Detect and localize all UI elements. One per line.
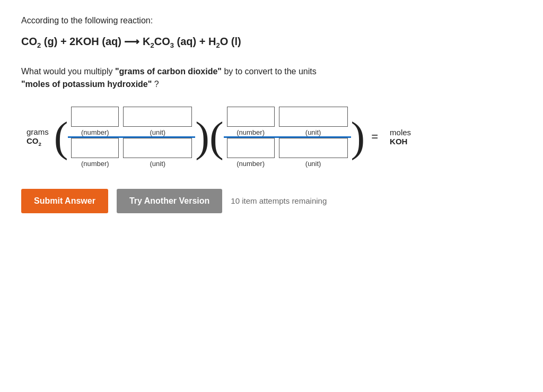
equation-text: CO2 (g) + 2KOH (aq) ⟶ K2CO3 (aq) + H2O (… <box>21 35 241 49</box>
equation: CO2 (g) + 2KOH (aq) ⟶ K2CO3 (aq) + H2O (… <box>21 35 522 49</box>
denominator-row-2: (number) (unit) <box>224 138 351 168</box>
fraction-group-2: ( (number) (unit) (number) <box>209 107 365 168</box>
num1-unit-input[interactable] <box>123 107 192 127</box>
num2-number-input[interactable] <box>227 107 275 127</box>
num1-unit-label: (unit) <box>150 128 166 136</box>
fraction-group-1: ( (number) (unit) (number) <box>54 107 209 168</box>
numerator-row-2: (number) (unit) <box>224 107 351 136</box>
den2-number-label: (number) <box>237 160 265 168</box>
question-prefix: What would you multiply <box>21 67 115 76</box>
question-suffix: ? <box>152 80 159 89</box>
right-label: moles KOH <box>390 128 411 146</box>
left-label: grams CO2 <box>27 127 49 147</box>
question-bold2: "moles of potassium hydroxide" <box>21 80 152 89</box>
grams-label: grams <box>27 127 49 136</box>
den1-unit-input[interactable] <box>123 138 192 158</box>
den1-unit-cell: (unit) <box>123 138 192 168</box>
num1-unit-cell: (unit) <box>123 107 192 136</box>
co2-label: CO2 <box>27 136 41 147</box>
submit-button[interactable]: Submit Answer <box>21 189 108 213</box>
num1-number-input[interactable] <box>71 107 119 127</box>
question-bold1: "grams of carbon dioxide" <box>115 67 222 76</box>
num2-number-label: (number) <box>237 128 265 136</box>
den2-unit-cell: (unit) <box>279 138 348 168</box>
num1-number-label: (number) <box>81 128 109 136</box>
conversion-area: grams CO2 ( (number) (unit) <box>27 107 522 168</box>
den1-number-cell: (number) <box>71 138 119 168</box>
attempts-remaining: 10 item attempts remaining <box>231 196 327 205</box>
question-middle: by to convert to the units <box>222 67 317 76</box>
num2-number-cell: (number) <box>227 107 275 136</box>
num1-number-cell: (number) <box>71 107 119 136</box>
den2-unit-input[interactable] <box>279 138 348 158</box>
num2-unit-cell: (unit) <box>279 107 348 136</box>
den1-number-input[interactable] <box>71 138 119 158</box>
denominator-row-1: (number) (unit) <box>68 138 195 168</box>
den2-number-cell: (number) <box>227 138 275 168</box>
paren-right-1: ) <box>195 119 209 155</box>
den1-number-label: (number) <box>81 160 109 168</box>
num2-unit-label: (unit) <box>305 128 321 136</box>
paren-left-1: ( <box>54 119 68 155</box>
inner-fraction-1: (number) (unit) (number) (unit) <box>68 107 195 168</box>
den2-number-input[interactable] <box>227 138 275 158</box>
buttons-area: Submit Answer Try Another Version 10 ite… <box>21 189 522 213</box>
numerator-row-1: (number) (unit) <box>68 107 195 136</box>
inner-fraction-2: (number) (unit) (number) (unit) <box>224 107 351 168</box>
paren-right-2: ) <box>351 119 365 155</box>
intro-text: According to the following reaction: <box>21 16 522 25</box>
paren-left-2: ( <box>209 119 224 155</box>
moles-label: moles <box>390 128 411 137</box>
question-text: What would you multiply "grams of carbon… <box>21 65 522 91</box>
try-another-button[interactable]: Try Another Version <box>117 189 222 213</box>
koh-label: KOH <box>390 137 407 146</box>
den1-unit-label: (unit) <box>150 160 166 168</box>
equals-sign: = <box>371 130 378 144</box>
num2-unit-input[interactable] <box>279 107 348 127</box>
den2-unit-label: (unit) <box>305 160 321 168</box>
